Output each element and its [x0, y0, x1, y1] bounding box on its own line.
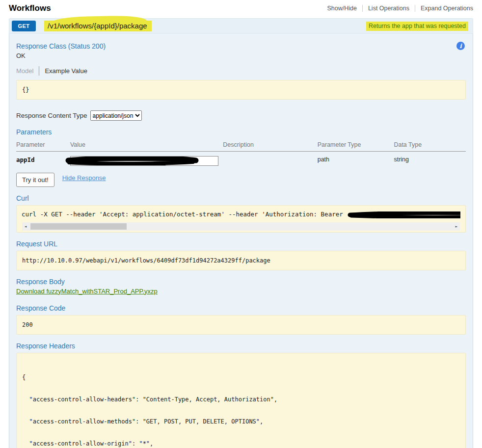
tab-example-value[interactable]: Example Value	[39, 67, 87, 75]
operation-panel: Response Class (Status 200) i OK Model E…	[9, 33, 473, 448]
curl-command: curl -X GET --header 'Accept: applicatio…	[22, 211, 347, 218]
headers-line: "access-control-allow-origin": "*",	[22, 440, 460, 448]
response-class-description: OK	[16, 52, 466, 59]
info-icon[interactable]: i	[456, 42, 465, 50]
parameters-heading: Parameters	[16, 128, 466, 136]
top-links: Show/Hide List Operations Expand Operati…	[321, 5, 473, 12]
example-value-box: {}	[16, 80, 466, 100]
scroll-right-icon[interactable]: ►	[453, 224, 460, 229]
parameters-header-row: Parameter Value Description Parameter Ty…	[16, 139, 466, 152]
col-value: Value	[70, 139, 223, 152]
table-row: appId path string	[16, 152, 466, 167]
response-content-type-label: Response Content Type	[16, 112, 87, 119]
param-data-type: string	[394, 152, 466, 167]
page-title: Workflows	[9, 3, 51, 13]
list-operations-link[interactable]: List Operations	[363, 5, 415, 12]
col-description: Description	[223, 139, 317, 152]
tab-model[interactable]: Model	[16, 67, 39, 75]
scroll-left-icon[interactable]: ◄	[22, 224, 29, 229]
actions-row: Try it out! Hide Response	[16, 173, 466, 187]
response-code-heading: Response Code	[16, 304, 466, 312]
param-description	[223, 152, 317, 167]
request-url-heading: Request URL	[16, 240, 466, 248]
response-headers-box: { "access-control-allow-headers": "Conte…	[16, 353, 466, 448]
show-hide-link[interactable]: Show/Hide	[321, 5, 362, 12]
endpoint-path[interactable]: /v1/workflows/{appId}/package	[44, 21, 152, 31]
topbar: Workflows Show/Hide List Operations Expa…	[9, 1, 473, 15]
horizontal-scrollbar[interactable]: ◄ ►	[22, 222, 460, 231]
param-name: appId	[16, 156, 35, 163]
param-type: path	[318, 152, 394, 167]
model-tabs: Model Example Value	[16, 66, 466, 76]
curl-box: curl -X GET --header 'Accept: applicatio…	[16, 205, 466, 233]
headers-line: "access-control-allow-headers": "Content…	[22, 396, 460, 403]
headers-line: "access-control-allow-methods": "GET, PO…	[22, 418, 460, 425]
response-headers-heading: Response Headers	[16, 342, 466, 350]
curl-command-line: curl -X GET --header 'Accept: applicatio…	[22, 211, 460, 222]
request-url-box: http://10.10.0.97/webapi/v1/workflows/64…	[16, 251, 466, 270]
scrollbar-thumb[interactable]	[30, 223, 127, 230]
redaction-scribble	[348, 211, 460, 218]
try-it-out-button[interactable]: Try it out!	[16, 173, 54, 187]
response-body-heading: Response Body	[16, 278, 466, 286]
response-class-row: Response Class (Status 200) i	[16, 42, 466, 50]
hide-response-link[interactable]: Hide Response	[62, 174, 106, 182]
col-parameter-type: Parameter Type	[318, 139, 394, 152]
headers-line: {	[22, 374, 460, 381]
parameters-table: Parameter Value Description Parameter Ty…	[16, 139, 466, 167]
appid-input[interactable]	[70, 156, 218, 166]
param-value-wrap	[70, 156, 218, 166]
swagger-operation-page: Workflows Show/Hide List Operations Expa…	[0, 0, 482, 448]
download-package-link[interactable]: Download fuzzyMatch_withSTAR_Prod_APP.yx…	[16, 288, 158, 295]
endpoint-path-wrap[interactable]: /v1/workflows/{appId}/package	[44, 21, 152, 31]
endpoint-summary: Returns the app that was requested	[366, 22, 468, 31]
http-method-badge[interactable]: GET	[12, 21, 36, 31]
response-class-heading: Response Class (Status 200)	[16, 42, 106, 50]
response-content-type-select[interactable]: application/json	[90, 110, 142, 121]
curl-heading: Curl	[16, 194, 466, 202]
col-data-type: Data Type	[394, 139, 466, 152]
response-code-box: 200	[16, 315, 466, 335]
response-content-type-row: Response Content Type application/json	[16, 110, 466, 121]
expand-operations-link[interactable]: Expand Operations	[415, 5, 473, 12]
endpoint-header-bar[interactable]: GET /v1/workflows/{appId}/package Return…	[9, 18, 473, 33]
col-parameter: Parameter	[16, 139, 70, 152]
